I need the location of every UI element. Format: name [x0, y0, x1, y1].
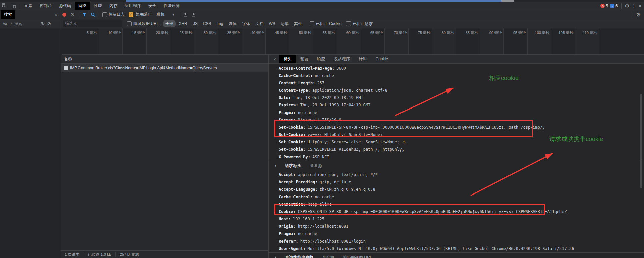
type-filter[interactable]: WS	[266, 20, 277, 27]
filter-input[interactable]: 筛选器	[63, 20, 122, 27]
timeline-overview[interactable]: 5 毫秒10 毫秒15 毫秒20 毫秒25 毫秒30 毫秒35 毫秒40 毫秒4…	[62, 28, 644, 55]
search-network-icon[interactable]	[91, 12, 95, 17]
refresh-icon[interactable]: ↻	[41, 21, 45, 26]
view-source-button[interactable]: 查看源	[310, 161, 322, 170]
header-name: User-Agent	[279, 246, 305, 251]
name-column-header[interactable]: 名称	[64, 56, 72, 62]
match-case-toggle[interactable]: Aa	[3, 22, 7, 26]
import-har-icon[interactable]	[183, 12, 187, 17]
blocked-requests-checkbox[interactable]: 已阻止请求	[346, 21, 373, 27]
main-tab[interactable]: 网络	[75, 2, 90, 10]
blocked-cookies-checkbox[interactable]: 已阻止 Cookie	[310, 21, 342, 27]
type-filter[interactable]: 媒体	[226, 20, 239, 27]
type-filter[interactable]: Img	[214, 20, 225, 27]
header-name: Set-Cookie	[279, 147, 305, 152]
error-icon: ✕	[600, 4, 605, 8]
detail-tab[interactable]: 发起程序	[330, 55, 355, 63]
type-filter[interactable]: 文档	[253, 20, 266, 27]
disclosure-triangle-icon[interactable]: ▼	[274, 253, 277, 258]
response-header-line: Set-Cookieyx=yx; HttpOnly; SameSite=None…	[269, 131, 644, 138]
request-list-header[interactable]: 名称	[61, 55, 268, 64]
filter-funnel-icon[interactable]	[82, 12, 87, 17]
search-input[interactable]: 搜索	[14, 21, 39, 27]
type-filter[interactable]: XHR	[176, 20, 190, 27]
type-filter[interactable]: 其他	[292, 20, 305, 27]
detail-tab[interactable]: Cookie	[371, 55, 392, 63]
device-toolbar-icon[interactable]	[9, 2, 17, 10]
clear-requests-icon[interactable]: ⊘	[70, 12, 75, 17]
main-tab[interactable]: 安全	[145, 2, 160, 10]
section-title[interactable]: 请求标头	[280, 161, 301, 170]
detail-tab[interactable]: 计时	[355, 55, 371, 63]
hide-data-url-checkbox[interactable]: 隐藏数据 URL	[127, 21, 159, 27]
ruler-label: 55 毫秒	[323, 31, 337, 35]
main-tab[interactable]: 性能评测	[160, 2, 183, 10]
header-name: Set-Cookie	[279, 125, 305, 130]
disable-cache-checkbox[interactable]: ✓禁用缓存	[129, 12, 151, 17]
main-tab[interactable]: 控制台	[36, 2, 55, 10]
inspect-element-icon[interactable]	[0, 2, 9, 10]
ruler-label: 30 毫秒	[204, 31, 218, 35]
request-header-line: User-AgentMozilla/5.0 (Windows NT 10.0; …	[269, 245, 644, 252]
preserve-log-checkbox[interactable]: 保留日志	[102, 12, 125, 17]
request-header-line: Refererhttp://localhost:8081/login	[269, 238, 644, 245]
record-button[interactable]	[62, 13, 66, 17]
header-value: no-cache	[315, 195, 334, 199]
header-name: Cache-Control	[279, 195, 313, 199]
detail-tab[interactable]: 响应	[313, 55, 330, 63]
request-header-line: Acceptapplication/json, text/plain, */*	[269, 171, 644, 178]
ruler-label: 85 毫秒	[466, 31, 480, 35]
search-drawer-tab[interactable]: 搜索	[1, 10, 15, 19]
settings-gear-icon[interactable]: ⚙	[625, 3, 629, 8]
header-name: Set-Cookie	[279, 140, 305, 144]
ruler-cell: 110 毫秒	[575, 28, 599, 54]
header-value: yx=yx; HttpOnly; SameSite=None;	[307, 132, 382, 137]
header-value: ASP.NET	[312, 155, 329, 159]
main-tab[interactable]: 性能	[90, 2, 106, 10]
header-value: http://localhost:8081	[298, 224, 349, 229]
search-drawer-close-icon[interactable]: ×	[55, 12, 57, 17]
section-title[interactable]: 查询字符串参数	[280, 253, 313, 258]
close-devtools-icon[interactable]: ×	[638, 3, 641, 8]
regex-toggle[interactable]: .*	[9, 22, 12, 26]
scrollbar-thumb[interactable]	[640, 94, 642, 188]
export-har-icon[interactable]	[192, 12, 196, 17]
network-toolbar: 搜索 × ⊘ 保留日志 ✓禁用缓存 联机▼ ⚙	[0, 10, 644, 19]
request-header-line: Connectionkeep-alive	[269, 201, 644, 208]
response-header-line: Set-CookieCSPSESSIONID-SP-80-UP-csp-imp-…	[269, 124, 644, 131]
error-count: 5	[606, 4, 608, 8]
ruler-cell: 30 毫秒	[194, 28, 218, 54]
main-tab[interactable]: 元素	[20, 2, 36, 10]
main-tab[interactable]: 应用程序	[121, 2, 145, 10]
clear-search-icon[interactable]: ⊘	[47, 21, 51, 26]
detail-tab[interactable]: 标头	[279, 55, 296, 63]
ruler-cell: 90 毫秒	[480, 28, 504, 54]
request-headers-list: Acceptapplication/json, text/plain, */* …	[269, 171, 644, 252]
request-header-line: CookieCSPSESSIONID-SP-80-UP-csp-imp-=003…	[269, 208, 644, 215]
header-value: Thu, 29 Oct 1998 17:04:19 GMT	[300, 103, 371, 108]
divider	[19, 3, 19, 9]
network-settings-gear-icon[interactable]: ⚙	[636, 12, 641, 17]
ruler-label: 65 毫秒	[370, 31, 384, 35]
main-tab[interactable]: 源代码	[55, 2, 75, 10]
warning-icon[interactable]: ⚠	[402, 140, 406, 144]
message-badge[interactable]: ▪ 6	[610, 4, 618, 8]
type-filter[interactable]: JS	[191, 20, 200, 27]
throttling-select[interactable]: 联机▼	[157, 12, 175, 17]
main-tab[interactable]: 内存	[106, 2, 121, 10]
type-filter[interactable]: 清单	[278, 20, 291, 27]
type-filter[interactable]: 全部	[163, 20, 176, 27]
url-encoded-button[interactable]: 编码的视图 URL	[343, 253, 372, 258]
ruler-cell: 15 毫秒	[123, 28, 147, 54]
request-row[interactable]: IMP.Common.Broker.cls?ClassName=IMP.Logi…	[61, 64, 268, 72]
view-source-button[interactable]: 查看源	[322, 253, 334, 258]
error-badge[interactable]: ✕ 5	[600, 4, 608, 8]
disclosure-triangle-icon[interactable]: ▼	[274, 161, 277, 170]
type-filter[interactable]: 字体	[239, 20, 252, 27]
close-detail-icon[interactable]: ×	[269, 57, 279, 62]
type-filter[interactable]: CSS	[201, 20, 214, 27]
header-value: no-cache	[315, 73, 334, 78]
detail-tab[interactable]: 预览	[296, 55, 313, 63]
kebab-menu-icon[interactable]: ⋮	[631, 3, 636, 8]
ruler-cell: 45 毫秒	[266, 28, 289, 54]
